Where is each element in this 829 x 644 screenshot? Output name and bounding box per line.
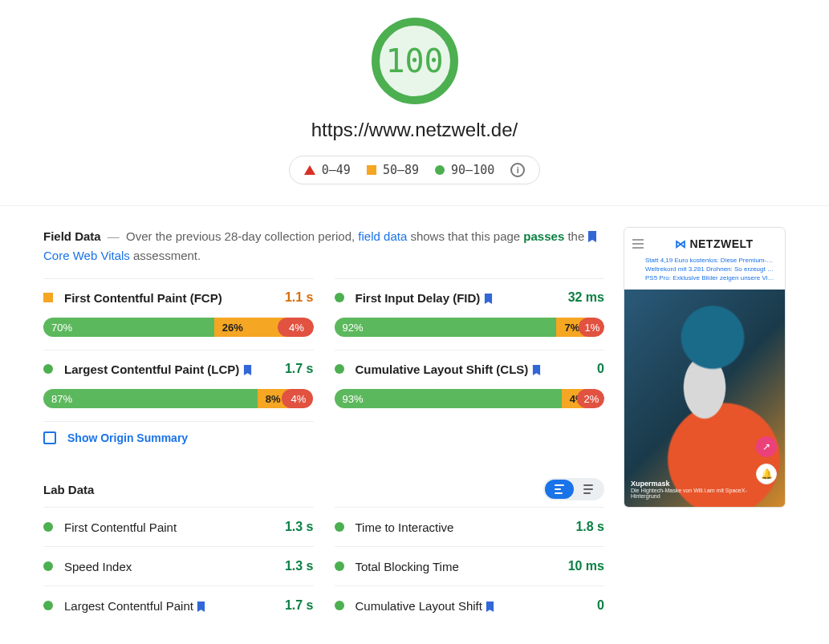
dist-poor: 4% <box>278 318 313 337</box>
dist-poor: 4% <box>282 389 313 408</box>
hamburger-icon <box>632 239 644 249</box>
lab-metric-si[interactable]: Speed Index 1.3 s <box>43 546 314 585</box>
passes-badge: passes <box>523 229 564 243</box>
square-icon <box>367 165 376 175</box>
field-data-title: Field Data <box>43 229 101 243</box>
status-circle-icon <box>335 293 344 302</box>
lab-data-title: Lab Data <box>43 483 94 496</box>
metric-name: Largest Contentful Paint <box>64 599 205 613</box>
legend-mid: 50–89 <box>367 163 419 177</box>
page-preview: ⋈ NETZWELT Statt 4,19 Euro kostenlos: Di… <box>624 227 786 508</box>
metric-value: 0 <box>597 598 604 613</box>
list-item: Statt 4,19 Euro kostenlos: Diese Premium… <box>645 257 775 264</box>
core-web-vitals-link[interactable]: Core Web Vitals <box>43 249 130 262</box>
preview-hero-title: Xupermask <box>631 480 761 488</box>
field-data-link[interactable]: field data <box>358 229 407 243</box>
metric-cls[interactable]: Cumulative Layout Shift (CLS) 0 93% 4% 2… <box>335 350 605 421</box>
info-icon[interactable]: i <box>510 163 525 177</box>
distribution-bar: 93% 4% 2% <box>335 389 605 408</box>
show-origin-summary[interactable]: Show Origin Summary <box>43 421 314 446</box>
lab-metric-tbt[interactable]: Total Blocking Time 10 ms <box>335 546 605 585</box>
metric-value: 1.8 s <box>575 520 604 534</box>
lab-metrics-grid: First Contentful Paint 1.3 s Time to Int… <box>43 507 604 625</box>
metric-value: 1.7 s <box>285 598 314 613</box>
metric-name: Cumulative Layout Shift (CLS) <box>356 363 541 376</box>
distribution-bar: 70% 26% 4% <box>43 318 314 337</box>
metric-fcp[interactable]: First Contentful Paint (FCP) 1.1 s 70% 2… <box>43 278 314 350</box>
preview-logo: ⋈ NETZWELT <box>675 237 753 250</box>
score-header: 100 https://www.netzwelt.de/ 0–49 50–89 … <box>0 0 829 206</box>
legend-poor-range: 0–49 <box>322 163 351 177</box>
status-circle-icon <box>43 364 53 374</box>
legend-mid-range: 50–89 <box>383 163 419 177</box>
lab-data-header: Lab Data <box>43 478 604 500</box>
legend-good-range: 90–100 <box>451 163 494 177</box>
field-metrics-grid: First Contentful Paint (FCP) 1.1 s 70% 2… <box>43 278 604 421</box>
bookmark-icon <box>484 291 493 305</box>
triangle-icon <box>304 165 315 175</box>
metric-value: 32 ms <box>568 290 604 305</box>
list-item: PS5 Pro: Exklusive Bilder zeigen unsere … <box>645 274 775 281</box>
preview-news-list: Statt 4,19 Euro kostenlos: Diese Premium… <box>624 255 785 290</box>
metric-value: 10 ms <box>568 559 604 573</box>
circle-icon <box>435 165 445 175</box>
dist-good: 87% <box>43 389 258 408</box>
metric-name: First Input Delay (FID) <box>356 291 493 305</box>
metric-value: 1.3 s <box>285 520 314 534</box>
preview-hero-subtitle: Die Hightech-Maske von Will.i.am mit Spa… <box>631 488 761 499</box>
legend-poor: 0–49 <box>304 163 351 177</box>
list-item: Weltrekord mit 3.281 Drohnen: So erzeugt… <box>645 265 775 273</box>
distribution-bar: 92% 7% 1% <box>335 318 605 337</box>
dist-poor: 2% <box>577 389 604 408</box>
dist-mid: 26% <box>214 318 288 337</box>
metric-name: Speed Index <box>64 560 132 573</box>
metric-name: Cumulative Layout Shift <box>356 599 495 613</box>
share-icon: ↗ <box>756 436 777 457</box>
metric-fid[interactable]: First Input Delay (FID) 32 ms 92% 7% 1% <box>335 278 605 350</box>
status-circle-icon <box>335 522 344 532</box>
status-square-icon <box>43 293 53 302</box>
metric-name: Total Blocking Time <box>356 560 459 573</box>
metric-name: First Contentful Paint (FCP) <box>64 291 222 305</box>
metric-name: First Contentful Paint <box>64 520 177 534</box>
distribution-bar: 87% 8% 4% <box>43 389 314 408</box>
metric-value: 0 <box>597 362 604 376</box>
status-circle-icon <box>43 561 53 571</box>
bookmark-icon <box>243 363 252 376</box>
score-value: 100 <box>385 43 443 79</box>
page-url: https://www.netzwelt.de/ <box>311 119 518 141</box>
bell-icon: 🔔 <box>756 464 777 484</box>
metric-name: Time to Interactive <box>356 520 454 534</box>
view-toggle <box>543 478 604 500</box>
metric-lcp[interactable]: Largest Contentful Paint (LCP) 1.7 s 87%… <box>43 350 314 421</box>
bookmark-icon <box>197 599 205 613</box>
metric-value: 1.1 s <box>285 290 314 305</box>
lab-metric-fcp[interactable]: First Contentful Paint 1.3 s <box>43 507 314 546</box>
score-legend: 0–49 50–89 90–100 i <box>289 156 540 184</box>
view-compact-button[interactable] <box>545 480 574 499</box>
lab-metric-cls[interactable]: Cumulative Layout Shift 0 <box>335 585 605 625</box>
dist-good: 70% <box>43 318 214 337</box>
preview-hero-image: Xupermask Die Hightech-Maske von Will.i.… <box>624 290 785 507</box>
bookmark-icon <box>532 363 541 376</box>
metric-value: 1.3 s <box>285 559 314 573</box>
lab-metric-lcp[interactable]: Largest Contentful Paint 1.7 s <box>43 585 314 625</box>
origin-summary-label: Show Origin Summary <box>67 431 188 444</box>
legend-good: 90–100 <box>435 163 494 177</box>
status-circle-icon <box>335 364 344 374</box>
metric-value: 1.7 s <box>285 362 314 376</box>
status-circle-icon <box>43 601 53 610</box>
dist-good: 92% <box>335 318 557 337</box>
field-data-description: Field Data — Over the previous 28-day co… <box>43 227 604 265</box>
metric-name: Largest Contentful Paint (LCP) <box>64 363 252 376</box>
checkbox-icon[interactable] <box>43 431 56 444</box>
bookmark-icon <box>486 599 494 613</box>
lab-metric-tti[interactable]: Time to Interactive 1.8 s <box>335 507 605 546</box>
view-expanded-button[interactable] <box>574 480 603 499</box>
dist-good: 93% <box>335 389 562 408</box>
score-gauge: 100 <box>372 18 458 104</box>
status-circle-icon <box>335 601 344 610</box>
dist-poor: 1% <box>579 318 604 337</box>
status-circle-icon <box>43 522 53 532</box>
bookmark-icon <box>587 227 597 246</box>
